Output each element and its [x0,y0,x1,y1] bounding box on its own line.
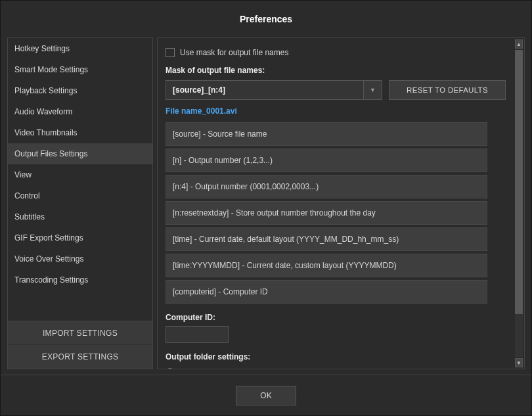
computer-id-label: Computer ID: [166,313,506,322]
sidebar-item[interactable]: Video Thumbnails [8,122,152,143]
sidebar-item-label: View [14,170,32,179]
main-content: Use mask for output file names Mask of o… [158,38,514,369]
reset-defaults-button[interactable]: RESET TO DEFAULTS [389,80,506,100]
chevron-down-icon: ▼ [370,87,376,93]
export-settings-button[interactable]: EXPORT SETTINGS [8,345,152,369]
chevron-up-icon: ▲ [516,41,521,47]
mask-token-item[interactable]: [source] - Source file name [166,122,487,146]
sidebar-item[interactable]: Voice Over Settings [8,248,152,269]
scroll-down-button[interactable]: ▼ [515,358,523,367]
computer-id-input[interactable] [166,326,229,343]
scrollbar-track[interactable] [515,50,523,357]
use-mask-checkbox[interactable] [166,48,175,57]
sidebar-item[interactable]: GIF Export Settings [8,227,152,248]
use-mask-label: Use mask for output file names [180,48,288,57]
scroll-up-button[interactable]: ▲ [515,39,523,49]
scrollbar-thumb[interactable] [515,50,523,314]
sidebar-item-label: Video Thumbnails [14,128,78,137]
chevron-down-icon: ▼ [516,360,521,366]
footer: OK [1,375,531,415]
mask-token-item[interactable]: [computerid] - Computer ID [166,280,487,304]
radio-same-folder[interactable] [166,368,175,369]
mask-token-item[interactable]: [n:resetnextday] - Store output number t… [166,201,487,225]
mask-section-label: Mask of output file names: [166,66,506,75]
mask-token-list: [source] - Source file name[n] - Output … [166,122,487,304]
sidebar-item[interactable]: Smart Mode Settings [8,59,152,80]
sidebar: Hotkey SettingsSmart Mode SettingsPlayba… [7,37,153,369]
mask-input-wrap: ▼ [166,80,382,100]
sidebar-buttons: IMPORT SETTINGS EXPORT SETTINGS [8,321,152,369]
sidebar-item[interactable]: Subtitles [8,206,152,227]
mask-token-item[interactable]: [n:4] - Output number (0001,0002,0003...… [166,175,487,198]
filename-preview: File name_0001.avi [166,106,506,116]
sidebar-item-label: Control [14,191,40,200]
titlebar: Preferences [1,1,531,37]
sidebar-item-label: Output Files Settings [14,149,87,158]
mask-row: ▼ RESET TO DEFAULTS [166,80,506,100]
mask-token-item[interactable]: [time] - Current date, default layout (Y… [166,227,487,251]
sidebar-item-label: Transcoding Settings [14,275,88,285]
sidebar-item-label: Audio Waveform [14,107,72,116]
radio-same-folder-label: Save to the same folder as input file [180,368,305,369]
mask-input[interactable] [166,81,363,99]
main-panel: Use mask for output file names Mask of o… [157,37,525,369]
use-mask-row: Use mask for output file names [166,45,506,60]
sidebar-item[interactable]: Control [8,185,152,206]
sidebar-item-label: Playback Settings [14,86,77,95]
sidebar-item[interactable]: Output Files Settings [8,143,152,164]
preferences-window: Preferences Hotkey SettingsSmart Mode Se… [0,0,532,416]
sidebar-item-label: Smart Mode Settings [14,65,88,74]
mask-dropdown-button[interactable]: ▼ [363,81,382,99]
ok-button[interactable]: OK [236,386,296,405]
mask-token-item[interactable]: [n] - Output number (1,2,3...) [166,149,487,172]
sidebar-item-label: Hotkey Settings [14,44,70,53]
vertical-scrollbar[interactable]: ▲ ▼ [514,38,524,369]
sidebar-item[interactable]: Transcoding Settings [8,269,152,290]
sidebar-item-label: Subtitles [14,212,45,221]
sidebar-item-label: Voice Over Settings [14,254,83,264]
sidebar-item[interactable]: Hotkey Settings [8,38,152,59]
mask-token-item[interactable]: [time:YYYYMMDD] - Current date, custom l… [166,254,487,277]
sidebar-item[interactable]: View [8,164,152,185]
sidebar-nav: Hotkey SettingsSmart Mode SettingsPlayba… [8,38,152,321]
body: Hotkey SettingsSmart Mode SettingsPlayba… [1,37,531,375]
output-folder-section-label: Output folder settings: [166,352,506,361]
window-title: Preferences [240,14,292,24]
sidebar-item[interactable]: Audio Waveform [8,101,152,122]
radio-same-folder-row: Save to the same folder as input file [166,365,506,369]
import-settings-button[interactable]: IMPORT SETTINGS [8,321,152,345]
sidebar-item-label: GIF Export Settings [14,233,83,243]
sidebar-item[interactable]: Playback Settings [8,80,152,101]
